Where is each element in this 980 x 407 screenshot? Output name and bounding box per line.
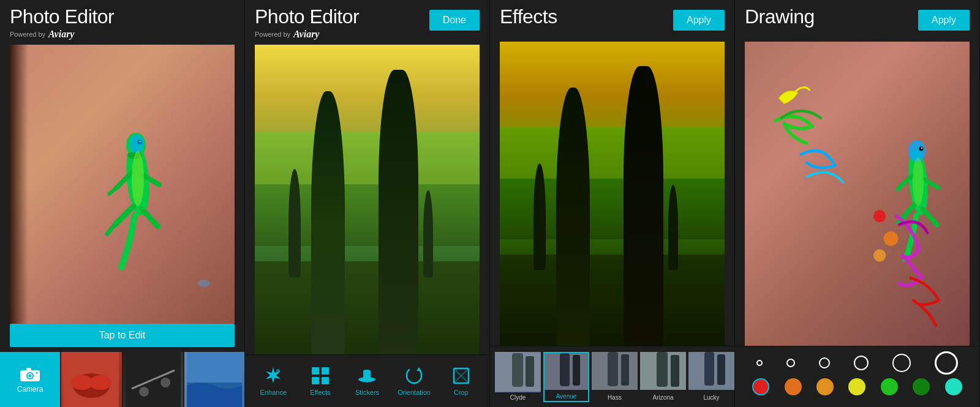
panel2-image-area [255, 45, 480, 354]
effect-hass[interactable]: Hass [592, 352, 638, 402]
apply-button-drawing[interactable]: Apply [918, 10, 970, 31]
color-green[interactable] [881, 378, 898, 395]
effect-avenue[interactable]: Avenue [543, 352, 589, 402]
tree-right [379, 70, 418, 354]
stickers-label: Stickers [355, 389, 379, 396]
color-red[interactable] [752, 378, 769, 395]
panel4-image-area[interactable] [745, 42, 970, 346]
panel2-toolbar: Enhance Effects Stickers [245, 354, 489, 407]
panel1-title: Photo Editor [10, 6, 114, 28]
camera-label: Camera [17, 385, 43, 394]
panel-effects: Effects Apply [490, 0, 735, 407]
color-dark-green[interactable] [913, 378, 930, 395]
svg-point-17 [29, 375, 32, 378]
trees-scene-panel3 [500, 42, 725, 346]
arizona-img [640, 352, 686, 392]
lucky-img [688, 352, 734, 392]
panel3-title: Effects [500, 6, 557, 28]
panel1-lizard-scene [10, 45, 235, 324]
svg-line-7 [109, 188, 116, 194]
svg-point-23 [89, 375, 111, 390]
svg-point-19 [36, 372, 38, 374]
tree-left [311, 91, 345, 354]
tree-sm1-warm [533, 163, 546, 270]
svg-rect-47 [573, 355, 580, 386]
panel1-powered-by: Powered by Aviary [10, 29, 114, 40]
trees-scene-panel2 [255, 45, 480, 354]
effects-strip: Clyde Avenue Hass [490, 346, 734, 407]
svg-rect-44 [526, 356, 534, 387]
svg-marker-38 [417, 367, 421, 371]
size-xs[interactable] [756, 360, 763, 366]
tool-enhance[interactable]: Enhance [255, 366, 292, 396]
hass-svg [592, 352, 638, 390]
tree-small1 [288, 169, 301, 277]
lucky-svg [688, 352, 734, 390]
clyde-svg [495, 352, 541, 392]
svg-line-10 [107, 225, 115, 234]
panel2-powered-text: Powered by [255, 31, 290, 38]
tap-to-edit-button[interactable]: Tap to Edit [10, 324, 235, 347]
size-xxl[interactable] [935, 351, 958, 375]
panel1-aviary: Aviary [48, 29, 74, 40]
effects-icon [311, 366, 330, 386]
svg-rect-46 [560, 353, 570, 386]
color-row [745, 378, 970, 395]
lizard-svg [104, 87, 178, 271]
effect-clyde[interactable]: Clyde [495, 352, 541, 402]
arizona-label: Arizona [640, 392, 686, 402]
effect-lucky[interactable]: Lucky [688, 352, 734, 402]
svg-point-68 [884, 231, 899, 246]
svg-rect-32 [322, 367, 329, 375]
clyde-label: Clyde [495, 392, 541, 402]
tool-crop[interactable]: Crop [443, 366, 480, 396]
skate-thumb[interactable] [123, 352, 183, 407]
svg-rect-33 [312, 377, 319, 384]
apply-button-effects[interactable]: Apply [673, 10, 725, 31]
panel-drawing: Drawing Apply [735, 0, 980, 407]
tool-stickers[interactable]: Stickers [349, 366, 385, 396]
crop-icon [451, 366, 471, 386]
svg-rect-18 [26, 368, 31, 371]
done-button[interactable]: Done [429, 10, 480, 31]
hass-img [592, 352, 638, 392]
color-yellow[interactable] [848, 378, 865, 395]
panel2-aviary: Aviary [293, 29, 319, 40]
shoes-thumb[interactable] [61, 352, 121, 407]
size-sm[interactable] [786, 359, 795, 367]
thumbnail-strip: Camera [0, 352, 244, 407]
panel2-title: Photo Editor [255, 6, 359, 28]
svg-point-67 [873, 210, 886, 222]
drawing-strokes [745, 42, 970, 346]
enhance-icon [263, 366, 283, 386]
size-xl[interactable] [892, 354, 911, 372]
svg-rect-36 [363, 371, 371, 379]
svg-rect-31 [312, 367, 319, 375]
panel1-image-area[interactable] [10, 45, 235, 324]
clyde-img [495, 352, 541, 392]
color-teal[interactable] [945, 378, 962, 395]
effect-arizona[interactable]: Arizona [640, 352, 686, 402]
svg-point-69 [873, 249, 886, 261]
skate-img [123, 352, 183, 407]
panel3-image-area [500, 42, 725, 346]
tree-right-warm [624, 66, 663, 346]
color-amber[interactable] [816, 378, 834, 395]
enhance-label: Enhance [260, 389, 287, 396]
panel4-header: Drawing Apply [735, 0, 979, 42]
camera-thumb[interactable]: Camera [0, 352, 60, 407]
tool-orientation[interactable]: Orientation [396, 366, 432, 396]
svg-rect-53 [671, 355, 679, 387]
tree-left-warm [556, 88, 590, 346]
svg-point-37 [363, 370, 371, 372]
svg-point-26 [139, 387, 149, 397]
size-md[interactable] [819, 357, 830, 368]
panel1-header: Photo Editor Powered by Aviary [0, 0, 244, 45]
tool-effects[interactable]: Effects [302, 366, 339, 396]
avenue-svg [545, 353, 588, 390]
color-orange[interactable] [785, 378, 802, 395]
orientation-icon [404, 366, 424, 386]
camera-icon [19, 365, 41, 383]
size-lg[interactable] [854, 356, 869, 370]
pool-thumb[interactable] [184, 352, 244, 407]
